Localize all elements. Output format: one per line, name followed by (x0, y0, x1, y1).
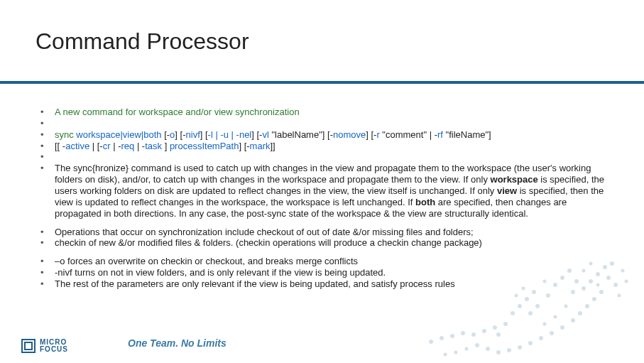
bullet-dot: • (40, 237, 55, 249)
bullet-list: •A new command for workspace and/or view… (40, 107, 612, 290)
bullet-dot: • (40, 163, 55, 174)
svg-point-27 (613, 283, 618, 287)
svg-point-30 (585, 304, 589, 308)
svg-point-45 (618, 294, 621, 298)
bullet-text: –o forces an overwrite on checkin or che… (55, 256, 612, 267)
svg-point-31 (578, 311, 582, 315)
svg-point-11 (525, 297, 529, 301)
svg-point-46 (625, 280, 628, 283)
bullet-sep (40, 249, 612, 256)
svg-point-49 (554, 315, 557, 319)
svg-point-32 (571, 318, 575, 323)
bullet-blank: • (40, 151, 612, 163)
svg-point-52 (515, 294, 518, 298)
bullet-dot: • (40, 129, 55, 141)
bullet-dot: • (40, 256, 55, 267)
page-title: Command Processor (36, 28, 249, 55)
bullet-blank: • (40, 118, 612, 129)
svg-point-29 (592, 297, 596, 301)
bullet-row: •–o forces an overwrite on checkin or ch… (40, 256, 612, 267)
brand-tagline: One Team. No Limits (128, 337, 227, 349)
title-rule (0, 81, 644, 84)
bullet-dot: • (40, 118, 55, 129)
slide: Command Processor •A new command for wor… (0, 0, 644, 363)
bullet-dot: • (40, 141, 55, 152)
bullet-dot: • (40, 278, 55, 290)
svg-point-50 (543, 323, 547, 326)
bullet-dot: • (40, 267, 55, 278)
bullet-row: •A new command for workspace and/or view… (40, 107, 612, 118)
bullet-dot: • (40, 107, 55, 118)
bullet-text: The sync{hronize} command is used to cat… (55, 163, 612, 219)
bullet-dot: • (40, 151, 55, 163)
bullet-text: A new command for workspace and/or view … (55, 107, 612, 118)
svg-point-20 (571, 290, 575, 294)
bullet-sep (40, 220, 612, 227)
bullet-text: Operations that occur on synchronization… (55, 227, 612, 238)
bullet-text: checkin of new &/or modified files & fol… (55, 237, 612, 249)
svg-point-48 (564, 305, 568, 308)
brand-logo-text: MICRO FOCUS (40, 339, 68, 353)
bullet-dot: • (40, 227, 55, 238)
bullet-row: •[[ -active | [-cr | -req | -task ] proc… (40, 141, 612, 152)
bullet-row: •The rest of the parameters are only rel… (40, 278, 612, 290)
svg-point-15 (546, 293, 550, 298)
svg-point-9 (511, 311, 515, 315)
bullet-row: •sync workspace|view|both [-o] [-nivf] [… (40, 129, 612, 141)
svg-point-47 (621, 269, 625, 273)
bullet-row: •checkin of new &/or modified files & fo… (40, 237, 612, 249)
brand-logo: MICRO FOCUS (21, 339, 68, 353)
svg-point-14 (535, 304, 540, 308)
svg-point-28 (599, 290, 604, 294)
bullet-row: •-nivf turns on not in view folders, and… (40, 267, 612, 278)
bullet-text: The rest of the parameters are only rele… (55, 278, 612, 290)
bullet-text: [[ -active | [-cr | -req | -task ] proce… (55, 141, 612, 152)
footer: MICRO FOCUS One Team. No Limits (0, 326, 644, 354)
bullet-text: sync workspace|view|both [-o] [-nivf] [-… (55, 129, 612, 141)
bullet-text: -nivf turns on not in view folders, and … (55, 267, 612, 278)
brand-logo-icon (21, 339, 36, 353)
bullet-row: •The sync{hronize} command is used to ca… (40, 163, 612, 219)
bullet-row: •Operations that occur on synchronizatio… (40, 227, 612, 238)
svg-point-12 (532, 290, 536, 294)
svg-point-13 (528, 311, 533, 315)
svg-point-10 (518, 304, 522, 308)
brand-line2: FOCUS (40, 346, 68, 353)
